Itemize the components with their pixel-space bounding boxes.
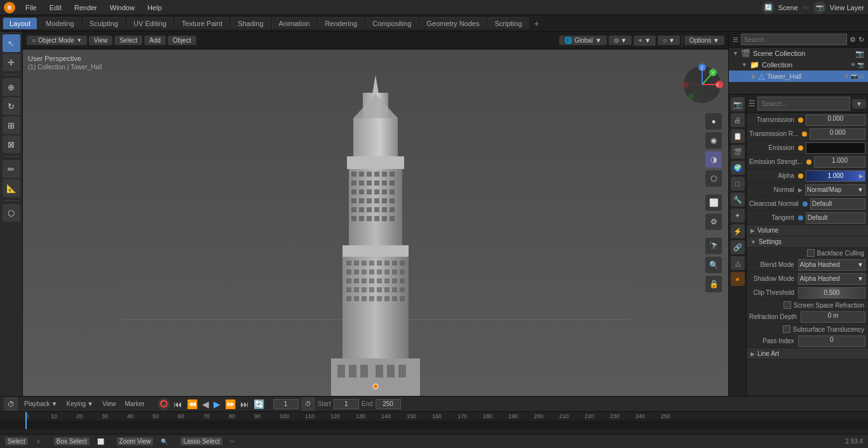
normal-dropdown[interactable]: Normal/Map ▼ [805,184,865,196]
view-layer-selector[interactable]: 📷 [813,1,826,14]
transmission-field[interactable]: 0.000 [806,114,865,126]
view-menu-button[interactable]: View [89,36,113,45]
shadow-mode-dropdown[interactable]: Alpha Hashed ▼ [798,273,865,285]
proportional-button[interactable]: ○ ▼ [658,36,680,45]
tab-sculpting[interactable]: Sculpting [83,17,125,29]
tab-scripting[interactable]: Scripting [487,17,529,29]
tab-rendering[interactable]: Rendering [318,17,364,29]
snap-button[interactable]: ⌖ ▼ [634,36,656,46]
material-preview-icon[interactable]: ◉ [705,132,722,149]
tangent-dropdown[interactable]: Default [806,212,865,224]
play-btn[interactable]: ▶ [212,399,222,409]
object-mode-button[interactable]: ○ Object Mode ▼ [27,36,87,45]
alpha-slider[interactable]: 1.000 ▶ [806,170,865,182]
tab-compositing[interactable]: Compositing [365,17,418,29]
prop-modifier-icon[interactable]: 🔧 [731,193,745,207]
start-frame-input[interactable] [334,399,359,409]
refraction-depth-field[interactable]: 0 m [801,311,865,323]
playback-menu[interactable]: Playback ▼ [22,400,60,408]
annotate-tool[interactable]: ✏ [3,160,20,178]
blend-mode-dropdown[interactable]: Alpha Hashed ▼ [798,259,865,271]
clip-threshold-slider[interactable]: 0.500 [798,287,865,299]
view-snap[interactable]: 🔭 [705,238,722,254]
tab-layout[interactable]: Layout [3,17,37,29]
clearcoat-normal-dropdown[interactable]: Default [810,198,865,210]
menu-edit[interactable]: Edit [47,3,64,13]
prop-data-icon[interactable]: △ [731,256,745,270]
tab-texture-paint[interactable]: Texture Paint [175,17,229,29]
properties-search-input[interactable] [757,97,850,111]
add-menu-button[interactable]: Add [144,36,166,45]
prop-render-icon[interactable]: 📷 [731,97,745,111]
frame-timer-icon[interactable]: ⏱ [301,397,315,411]
emission-strength-field[interactable]: 1.000 [814,156,865,168]
transmission-r-field[interactable]: 0.000 [810,128,865,140]
transform-tool[interactable]: ⊠ [3,135,20,153]
scene-name[interactable]: Scene [778,4,798,11]
play-back-btn[interactable]: ◀ [201,399,210,409]
backface-culling-checkbox[interactable] [807,249,815,257]
jump-end-btn[interactable]: ⏭ [239,399,250,409]
line-art-section-header[interactable]: ▶ Line Art [747,348,868,360]
props-dropdown[interactable]: ▼ [852,99,866,109]
menu-help[interactable]: Help [145,3,165,13]
outliner-collection[interactable]: ▼ 📁 Collection 👁 📷 [729,59,868,71]
prop-material-icon[interactable]: ● [731,272,745,286]
transform-space-button[interactable]: 🌐 Global ▼ [559,36,607,45]
timeline-mode-icon[interactable]: ⏱ [4,397,18,411]
tower-hide-icon[interactable]: 👁 [844,73,850,79]
tower-mat-icon[interactable]: ⊞ [859,73,864,79]
viewport-shading-btn[interactable]: ⚙ [705,214,722,230]
object-menu-button[interactable]: Object [168,36,196,45]
outliner-filter-icon[interactable]: ⚙ [850,36,856,44]
collection-render-icon[interactable]: 📷 [857,62,864,68]
emission-color-swatch[interactable] [806,142,865,154]
current-frame-input[interactable] [273,399,299,409]
sync-btn[interactable]: 🔄 [252,399,266,409]
step-forward-btn[interactable]: ⏩ [224,399,237,409]
menu-file[interactable]: File [23,3,39,13]
move-tool[interactable]: ⊕ [3,78,20,96]
measure-tool[interactable]: 📐 [3,179,20,197]
outliner-sync-icon[interactable]: ↻ [858,36,864,44]
options-button[interactable]: Options ▼ [684,36,724,45]
outliner-scene-collection[interactable]: ▼ 🎬 Scene Collection 📷 [729,48,868,59]
timeline-scrollbar[interactable] [0,429,868,434]
prop-world-icon[interactable]: 🌍 [731,161,745,175]
prop-physics-icon[interactable]: ⚡ [731,224,745,238]
tab-animation[interactable]: Animation [272,17,317,29]
tower-render-icon[interactable]: 📷 [851,73,858,79]
prop-constraints-icon[interactable]: 🔗 [731,240,745,254]
select-tool[interactable]: ↖ [3,34,20,52]
select-menu-button[interactable]: Select [114,36,142,45]
tab-modeling[interactable]: Modeling [39,17,81,29]
scene-render-icon[interactable]: 📷 [855,50,864,58]
outliner-search-input[interactable] [741,34,847,45]
cursor-tool[interactable]: ✛ [3,53,20,71]
collection-hide-icon[interactable]: 👁 [850,62,856,68]
prop-output-icon[interactable]: 🖨 [731,113,745,127]
step-back-btn[interactable]: ⏪ [186,399,199,409]
auto-keyframe-btn[interactable]: ⭕ [158,398,170,411]
solid-mode-icon[interactable]: ◑ [705,151,722,168]
prop-scene-icon[interactable]: 🎬 [731,145,745,159]
marker-menu[interactable]: Marker [122,400,147,408]
keying-menu[interactable]: Keying ▼ [64,400,95,408]
scene-selector[interactable]: 🔄 [762,1,775,14]
timeline-body[interactable]: 0 10 20 30 40 50 60 70 80 90 100 110 120… [0,412,868,434]
ssr-checkbox[interactable] [783,301,791,309]
end-frame-input[interactable] [376,399,401,409]
settings-section-header[interactable]: ▼ Settings [747,236,868,248]
rotate-tool[interactable]: ↻ [3,97,20,115]
menu-render[interactable]: Render [72,3,100,13]
jump-start-btn[interactable]: ⏮ [172,399,184,409]
tab-uv-editing[interactable]: UV Editing [126,17,173,29]
sst-checkbox[interactable] [783,325,790,333]
volume-section-header[interactable]: ▶ Volume [747,225,868,236]
scale-tool[interactable]: ⊞ [3,116,20,134]
render-mode-icon[interactable]: ● [705,113,722,130]
wireframe-mode-icon[interactable]: ⬡ [705,170,722,187]
tab-shading[interactable]: Shading [231,17,270,29]
view-menu-timeline[interactable]: View [100,400,119,408]
prop-particles-icon[interactable]: ✦ [731,208,745,222]
